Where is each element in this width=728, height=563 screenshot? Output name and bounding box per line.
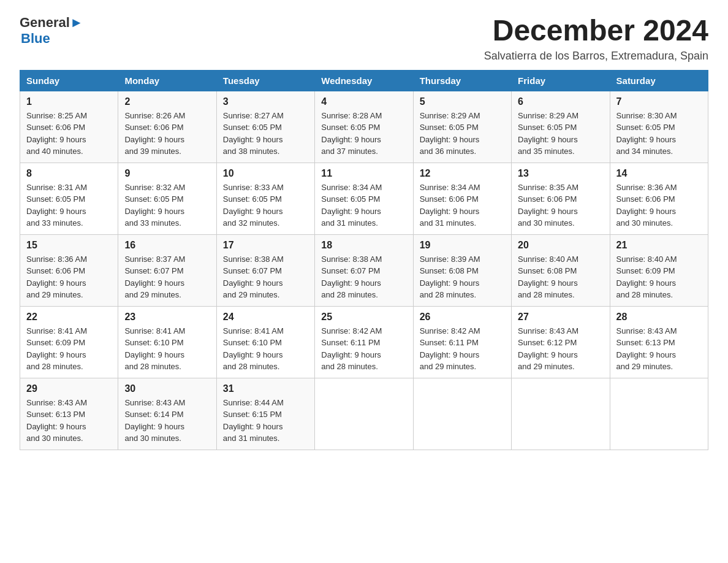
- calendar-day-header: Tuesday: [216, 70, 314, 91]
- calendar-cell: 3Sunrise: 8:27 AMSunset: 6:05 PMDaylight…: [216, 91, 314, 163]
- day-number: 8: [26, 168, 112, 179]
- calendar-cell: 25Sunrise: 8:42 AMSunset: 6:11 PMDayligh…: [315, 306, 413, 378]
- calendar-cell: 17Sunrise: 8:38 AMSunset: 6:07 PMDayligh…: [216, 234, 314, 306]
- calendar-cell: [413, 378, 511, 450]
- calendar-cell: 10Sunrise: 8:33 AMSunset: 6:05 PMDayligh…: [216, 163, 314, 234]
- calendar-cell: 22Sunrise: 8:41 AMSunset: 6:09 PMDayligh…: [20, 306, 118, 378]
- day-info: Sunrise: 8:38 AMSunset: 6:07 PMDaylight:…: [321, 253, 406, 301]
- day-info: Sunrise: 8:43 AMSunset: 6:14 PMDaylight:…: [124, 397, 210, 445]
- calendar-week-row: 22Sunrise: 8:41 AMSunset: 6:09 PMDayligh…: [20, 306, 708, 378]
- calendar-cell: 7Sunrise: 8:30 AMSunset: 6:05 PMDaylight…: [610, 91, 708, 163]
- day-info: Sunrise: 8:25 AMSunset: 6:06 PMDaylight:…: [26, 110, 112, 158]
- calendar-cell: 5Sunrise: 8:29 AMSunset: 6:05 PMDaylight…: [413, 91, 511, 163]
- calendar-cell: 2Sunrise: 8:26 AMSunset: 6:06 PMDaylight…: [118, 91, 216, 163]
- day-info: Sunrise: 8:36 AMSunset: 6:06 PMDaylight:…: [26, 253, 112, 301]
- location-title: Salvatierra de los Barros, Extremadura, …: [484, 50, 708, 63]
- calendar-cell: [315, 378, 413, 450]
- calendar-cell: 28Sunrise: 8:43 AMSunset: 6:13 PMDayligh…: [610, 306, 708, 378]
- calendar-day-header: Monday: [118, 70, 216, 91]
- day-number: 12: [420, 168, 505, 179]
- calendar-day-header: Thursday: [413, 70, 511, 91]
- calendar-cell: 8Sunrise: 8:31 AMSunset: 6:05 PMDaylight…: [20, 163, 118, 234]
- calendar-cell: 30Sunrise: 8:43 AMSunset: 6:14 PMDayligh…: [118, 378, 216, 450]
- day-info: Sunrise: 8:31 AMSunset: 6:05 PMDaylight:…: [26, 182, 112, 229]
- day-info: Sunrise: 8:36 AMSunset: 6:06 PMDaylight:…: [616, 182, 702, 229]
- month-title: December 2024: [484, 15, 708, 47]
- calendar-week-row: 8Sunrise: 8:31 AMSunset: 6:05 PMDaylight…: [20, 163, 708, 234]
- calendar-cell: 27Sunrise: 8:43 AMSunset: 6:12 PMDayligh…: [512, 306, 610, 378]
- day-info: Sunrise: 8:43 AMSunset: 6:13 PMDaylight:…: [616, 325, 702, 373]
- calendar-day-header: Saturday: [610, 70, 708, 91]
- day-info: Sunrise: 8:34 AMSunset: 6:05 PMDaylight:…: [321, 182, 406, 229]
- day-info: Sunrise: 8:41 AMSunset: 6:10 PMDaylight:…: [124, 325, 210, 373]
- day-info: Sunrise: 8:41 AMSunset: 6:09 PMDaylight:…: [26, 325, 112, 373]
- day-info: Sunrise: 8:41 AMSunset: 6:10 PMDaylight:…: [223, 325, 308, 373]
- calendar-week-row: 1Sunrise: 8:25 AMSunset: 6:06 PMDaylight…: [20, 91, 708, 163]
- day-info: Sunrise: 8:30 AMSunset: 6:05 PMDaylight:…: [616, 110, 702, 158]
- calendar-week-row: 29Sunrise: 8:43 AMSunset: 6:13 PMDayligh…: [20, 378, 708, 450]
- day-info: Sunrise: 8:37 AMSunset: 6:07 PMDaylight:…: [124, 253, 210, 301]
- calendar-cell: 14Sunrise: 8:36 AMSunset: 6:06 PMDayligh…: [610, 163, 708, 234]
- calendar-cell: 19Sunrise: 8:39 AMSunset: 6:08 PMDayligh…: [413, 234, 511, 306]
- day-number: 23: [124, 312, 210, 323]
- day-number: 3: [223, 96, 308, 107]
- logo-blue-text: ►: [70, 15, 83, 31]
- day-number: 11: [321, 168, 406, 179]
- calendar-day-header: Sunday: [20, 70, 118, 91]
- day-info: Sunrise: 8:39 AMSunset: 6:08 PMDaylight:…: [420, 253, 505, 301]
- page-header: General ► Blue December 2024 Salvatierra…: [20, 15, 708, 63]
- day-info: Sunrise: 8:38 AMSunset: 6:07 PMDaylight:…: [223, 253, 308, 301]
- day-info: Sunrise: 8:34 AMSunset: 6:06 PMDaylight:…: [420, 182, 505, 229]
- day-info: Sunrise: 8:42 AMSunset: 6:11 PMDaylight:…: [420, 325, 505, 373]
- day-number: 5: [420, 96, 505, 107]
- day-number: 10: [223, 168, 308, 179]
- day-number: 29: [26, 383, 112, 394]
- calendar-cell: [512, 378, 610, 450]
- day-number: 4: [321, 96, 406, 107]
- calendar-cell: 31Sunrise: 8:44 AMSunset: 6:15 PMDayligh…: [216, 378, 314, 450]
- day-info: Sunrise: 8:29 AMSunset: 6:05 PMDaylight:…: [518, 110, 603, 158]
- calendar-cell: 29Sunrise: 8:43 AMSunset: 6:13 PMDayligh…: [20, 378, 118, 450]
- day-info: Sunrise: 8:29 AMSunset: 6:05 PMDaylight:…: [420, 110, 505, 158]
- day-info: Sunrise: 8:40 AMSunset: 6:08 PMDaylight:…: [518, 253, 603, 301]
- day-number: 25: [321, 312, 406, 323]
- day-info: Sunrise: 8:35 AMSunset: 6:06 PMDaylight:…: [518, 182, 603, 229]
- day-number: 21: [616, 240, 702, 251]
- day-number: 31: [223, 383, 308, 394]
- day-info: Sunrise: 8:40 AMSunset: 6:09 PMDaylight:…: [616, 253, 702, 301]
- day-info: Sunrise: 8:26 AMSunset: 6:06 PMDaylight:…: [124, 110, 210, 158]
- title-section: December 2024 Salvatierra de los Barros,…: [484, 15, 708, 63]
- day-number: 30: [124, 383, 210, 394]
- calendar-cell: 24Sunrise: 8:41 AMSunset: 6:10 PMDayligh…: [216, 306, 314, 378]
- day-number: 24: [223, 312, 308, 323]
- logo-blue-label: Blue: [21, 31, 50, 47]
- day-number: 6: [518, 96, 603, 107]
- day-info: Sunrise: 8:28 AMSunset: 6:05 PMDaylight:…: [321, 110, 406, 158]
- logo: General ► Blue: [20, 15, 83, 47]
- day-info: Sunrise: 8:42 AMSunset: 6:11 PMDaylight:…: [321, 325, 406, 373]
- calendar-day-header: Friday: [512, 70, 610, 91]
- calendar-cell: 20Sunrise: 8:40 AMSunset: 6:08 PMDayligh…: [512, 234, 610, 306]
- day-number: 7: [616, 96, 702, 107]
- day-info: Sunrise: 8:43 AMSunset: 6:12 PMDaylight:…: [518, 325, 603, 373]
- day-number: 1: [26, 96, 112, 107]
- day-info: Sunrise: 8:33 AMSunset: 6:05 PMDaylight:…: [223, 182, 308, 229]
- day-info: Sunrise: 8:32 AMSunset: 6:05 PMDaylight:…: [124, 182, 210, 229]
- day-number: 13: [518, 168, 603, 179]
- calendar-cell: 11Sunrise: 8:34 AMSunset: 6:05 PMDayligh…: [315, 163, 413, 234]
- day-number: 28: [616, 312, 702, 323]
- calendar-cell: 15Sunrise: 8:36 AMSunset: 6:06 PMDayligh…: [20, 234, 118, 306]
- calendar-day-header: Wednesday: [315, 70, 413, 91]
- calendar-week-row: 15Sunrise: 8:36 AMSunset: 6:06 PMDayligh…: [20, 234, 708, 306]
- day-info: Sunrise: 8:27 AMSunset: 6:05 PMDaylight:…: [223, 110, 308, 158]
- day-number: 17: [223, 240, 308, 251]
- calendar-cell: [610, 378, 708, 450]
- calendar-cell: 6Sunrise: 8:29 AMSunset: 6:05 PMDaylight…: [512, 91, 610, 163]
- day-number: 2: [124, 96, 210, 107]
- day-number: 22: [26, 312, 112, 323]
- calendar-cell: 26Sunrise: 8:42 AMSunset: 6:11 PMDayligh…: [413, 306, 511, 378]
- day-number: 16: [124, 240, 210, 251]
- calendar-cell: 1Sunrise: 8:25 AMSunset: 6:06 PMDaylight…: [20, 91, 118, 163]
- day-number: 9: [124, 168, 210, 179]
- day-info: Sunrise: 8:43 AMSunset: 6:13 PMDaylight:…: [26, 397, 112, 445]
